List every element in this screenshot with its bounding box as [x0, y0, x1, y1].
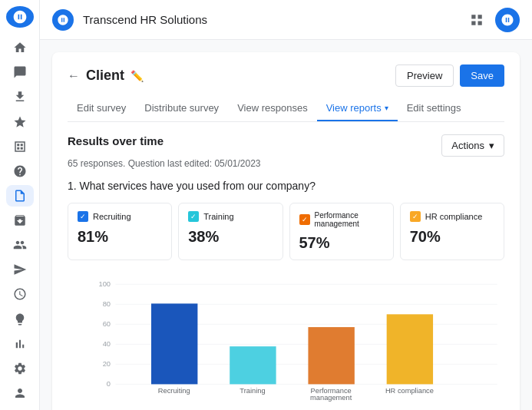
- stat-card-recruiting: ✓ Recruiting 81%: [68, 203, 172, 260]
- sidebar-item-chat[interactable]: [6, 61, 34, 83]
- results-header: Results over time Actions ▾: [68, 134, 504, 157]
- actions-button[interactable]: Actions ▾: [441, 134, 504, 157]
- sidebar-item-clock[interactable]: [6, 283, 34, 305]
- tab-view-responses[interactable]: View responses: [228, 96, 317, 121]
- checkbox-recruiting[interactable]: ✓: [78, 211, 88, 222]
- sidebar: [0, 0, 40, 410]
- stat-card-training: ✓ Training 38%: [178, 203, 283, 260]
- bar-performance: [308, 327, 354, 384]
- checkbox-performance[interactable]: ✓: [299, 214, 310, 225]
- bar-recruiting: [151, 303, 197, 384]
- stat-card-hr-compliance: ✓ HR compliance 70%: [400, 203, 504, 260]
- sidebar-item-barchart[interactable]: [6, 333, 34, 355]
- checkbox-training[interactable]: ✓: [188, 211, 199, 222]
- stats-row: ✓ Recruiting 81% ✓ Training 38% ✓: [68, 203, 504, 260]
- bar-training: [230, 346, 276, 384]
- topbar-icons: [464, 8, 520, 32]
- checkbox-hr-compliance[interactable]: ✓: [410, 211, 421, 222]
- x-label-hr-compliance: HR compliance: [385, 387, 434, 395]
- topbar-logo: [52, 9, 74, 31]
- tab-view-reports[interactable]: View reports ▾: [317, 96, 398, 121]
- svg-text:40: 40: [103, 340, 111, 348]
- svg-text:60: 60: [103, 320, 111, 328]
- results-title: Results over time: [68, 134, 164, 147]
- results-subtitle: 65 responses. Question last edited: 05/0…: [68, 158, 504, 169]
- sidebar-item-lightbulb[interactable]: [6, 309, 34, 330]
- sidebar-item-home[interactable]: [6, 37, 34, 58]
- sidebar-item-package[interactable]: [6, 210, 34, 231]
- sidebar-item-person[interactable]: [6, 382, 34, 404]
- app-name: Transcend HR Solutions: [83, 13, 455, 26]
- content-area: ← Client ✏️ Preview Save Edit survey Dis…: [40, 40, 532, 410]
- sidebar-item-table[interactable]: [6, 136, 34, 157]
- bar-chart: 100 80 60 40 20 0 Recruiting: [91, 273, 504, 403]
- page-title: Client: [86, 68, 124, 84]
- chevron-down-icon: ▾: [489, 140, 494, 151]
- sidebar-item-users[interactable]: [6, 234, 34, 256]
- tab-arrow-icon: ▾: [385, 104, 388, 112]
- tab-edit-survey[interactable]: Edit survey: [68, 96, 135, 121]
- grid-icon[interactable]: [464, 8, 489, 32]
- page-header: ← Client ✏️ Preview Save: [68, 64, 504, 87]
- main-area: Transcend HR Solutions ← Client ✏️ Previ…: [40, 0, 532, 410]
- tab-distribute-survey[interactable]: Distribute survey: [135, 96, 228, 121]
- sidebar-item-document[interactable]: [6, 185, 34, 207]
- sidebar-item-send[interactable]: [6, 259, 34, 280]
- user-avatar[interactable]: [495, 8, 520, 32]
- stat-card-performance: ✓ Performance management 57%: [289, 203, 394, 260]
- svg-text:0: 0: [107, 380, 111, 388]
- sidebar-item-help[interactable]: [6, 160, 34, 182]
- preview-button[interactable]: Preview: [395, 64, 454, 87]
- edit-icon[interactable]: ✏️: [131, 70, 144, 82]
- results-title-group: Results over time: [68, 134, 164, 147]
- page-card: ← Client ✏️ Preview Save Edit survey Dis…: [52, 52, 520, 410]
- question-text: 1. What services have you used from our …: [68, 180, 504, 192]
- page-title-row: ← Client ✏️: [68, 68, 144, 84]
- tab-bar: Edit survey Distribute survey View respo…: [68, 96, 504, 122]
- topbar: Transcend HR Solutions: [40, 0, 532, 40]
- svg-text:20: 20: [103, 360, 111, 368]
- header-buttons: Preview Save: [395, 64, 504, 87]
- back-button[interactable]: ←: [68, 69, 80, 83]
- sidebar-item-star[interactable]: [6, 111, 34, 133]
- sidebar-item-download[interactable]: [6, 86, 34, 107]
- tab-edit-settings[interactable]: Edit settings: [398, 96, 471, 121]
- x-label-recruiting: Recruiting: [158, 387, 190, 395]
- bar-hr-compliance: [387, 314, 433, 384]
- svg-text:80: 80: [103, 300, 111, 308]
- x-label-training: Training: [240, 387, 265, 395]
- save-button[interactable]: Save: [460, 64, 504, 87]
- app-logo[interactable]: [6, 6, 34, 28]
- svg-text:100: 100: [99, 280, 111, 288]
- x-label-performance-2: management: [310, 394, 352, 402]
- chart-container: 100 80 60 40 20 0 Recruiting: [68, 273, 504, 410]
- sidebar-item-settings[interactable]: [6, 358, 34, 379]
